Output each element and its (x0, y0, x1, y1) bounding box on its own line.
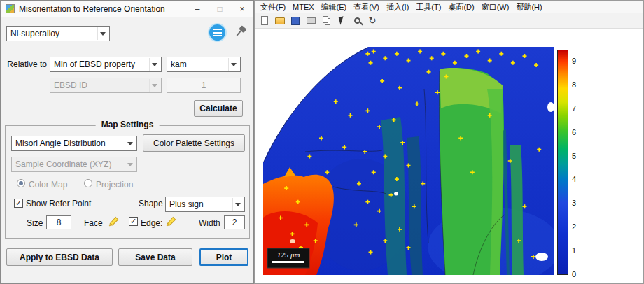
minimize-button[interactable]: – (186, 1, 209, 17)
menu-item-1[interactable]: MTEX (289, 3, 318, 11)
chevron-down-icon (125, 158, 135, 171)
zoom-in-icon (354, 17, 360, 24)
colorbar-tick-8: 8 (572, 80, 576, 89)
chevron-down-icon (232, 198, 243, 211)
show-refer-point-label: Show Refer Point (26, 199, 91, 208)
menu-item-0[interactable]: 文件(F) (257, 2, 289, 13)
show-refer-point-checkbox[interactable]: ✓ (14, 199, 23, 208)
maximize-button: □ (209, 1, 231, 17)
menu-item-5[interactable]: 工具(T) (412, 2, 444, 13)
colorbar-tick-6: 6 (572, 128, 576, 136)
relative-to-label: Relative to (6, 59, 47, 69)
print-icon (307, 17, 316, 24)
chevron-down-icon (125, 137, 135, 150)
face-color-swatch[interactable] (108, 214, 120, 227)
misorientation-dialog: Misorientation to Reference Orientation … (0, 0, 254, 284)
color-palette-settings-button[interactable]: Color Palette Settings (143, 134, 245, 152)
save-button[interactable] (288, 14, 302, 28)
calculate-button[interactable]: Calculate (194, 100, 243, 117)
scale-bar-label: 125 μm (277, 250, 300, 259)
color-map-radio-label: Color Map (29, 180, 67, 190)
cursor-button[interactable] (335, 14, 349, 28)
pin-icon[interactable] (231, 24, 250, 43)
phase-select[interactable]: Ni-superalloy (6, 26, 110, 41)
new-file-icon (261, 16, 268, 25)
colorbar (557, 50, 568, 275)
figure-toolbar (255, 13, 643, 29)
edge-label: Edge: (141, 218, 162, 228)
zoom-in-button[interactable] (350, 14, 364, 28)
relative-property-value: Min of EBSD property (54, 59, 135, 69)
phase-select-value: Ni-superalloy (10, 29, 59, 38)
new-file-button[interactable] (258, 14, 272, 28)
save-icon (291, 17, 300, 25)
copy-icon (323, 16, 328, 23)
size-label: Size (27, 218, 43, 228)
colorbar-tick-2: 2 (572, 222, 576, 231)
menu-item-8[interactable]: 帮助(H) (512, 2, 545, 13)
width-field[interactable]: 2 (224, 215, 245, 229)
map-settings-title: Map Settings (96, 120, 160, 129)
projection-radio-label: Projection (96, 180, 133, 190)
chevron-down-icon (97, 27, 108, 40)
app-icon (6, 4, 15, 13)
dialog-title: Misorientation to Reference Orientation (19, 4, 165, 14)
colorbar-tick-9: 9 (572, 57, 576, 65)
projection-radio (84, 179, 92, 187)
open-folder-icon (275, 17, 285, 24)
distribution-select[interactable]: Misori Angle Distribution (11, 136, 137, 151)
colorbar-tick-3: 3 (572, 199, 576, 207)
colorbar-tick-0: 0 (572, 270, 576, 278)
copy-button[interactable] (319, 14, 333, 28)
color-map-radio (17, 179, 25, 187)
menu-item-7[interactable]: 窗口(W) (478, 2, 513, 13)
menu-item-2[interactable]: 编辑(E) (318, 2, 351, 13)
figure-window: 文件(F)MTEX编辑(E)查看(V)插入(I)工具(T)桌面(D)窗口(W)帮… (254, 0, 644, 284)
chevron-down-icon (149, 79, 160, 92)
menu-item-3[interactable]: 查看(V) (350, 2, 383, 13)
cursor-icon (338, 16, 344, 24)
shape-select-value: Plus sign (169, 199, 204, 209)
shape-select[interactable]: Plus sign (165, 197, 245, 212)
yellow-pen-icon (108, 214, 120, 227)
chevron-down-icon (149, 58, 160, 71)
coordinate-select-value: Sample Coordinate (XYZ) (15, 159, 111, 169)
rotate-icon (369, 16, 377, 25)
save-data-button[interactable]: Save Data (118, 248, 192, 266)
plot-area: 125 μm 9876543210 (255, 29, 643, 283)
print-button[interactable] (304, 14, 318, 28)
yellow-pen-icon (165, 214, 178, 227)
menu-item-4[interactable]: 插入(I) (383, 2, 412, 13)
colorbar-labels: 9876543210 (572, 50, 586, 275)
ebsd-id-field: 1 (167, 78, 241, 93)
open-folder-button[interactable] (273, 14, 287, 28)
chevron-down-icon (228, 58, 239, 71)
ebsd-id-select: EBSD ID (50, 78, 162, 93)
face-label: Face (84, 218, 103, 228)
size-field[interactable]: 8 (46, 215, 71, 229)
edge-color-swatch[interactable] (165, 214, 178, 227)
ebsd-id-label: EBSD ID (54, 80, 88, 90)
apply-to-ebsd-button[interactable]: Apply to EBSD Data (6, 248, 113, 266)
colorbar-tick-1: 1 (572, 246, 576, 255)
metric-select[interactable]: kam (167, 57, 241, 72)
close-button[interactable]: × (231, 1, 253, 17)
kam-map: 125 μm (263, 47, 554, 275)
coordinate-select: Sample Coordinate (XYZ) (11, 157, 137, 172)
edge-checkbox[interactable]: ✓ (129, 217, 138, 226)
menubar: 文件(F)MTEX编辑(E)查看(V)插入(I)工具(T)桌面(D)窗口(W)帮… (255, 1, 643, 13)
relative-property-select[interactable]: Min of EBSD property (50, 57, 162, 72)
metric-select-value: kam (171, 59, 187, 69)
shape-label: Shape (139, 199, 163, 208)
scale-bar: 125 μm (267, 248, 309, 268)
width-label: Width (199, 218, 220, 228)
list-icon (213, 29, 222, 36)
dock-toggle-button[interactable] (208, 23, 227, 42)
plot-button[interactable]: Plot (200, 248, 248, 266)
menu-item-6[interactable]: 桌面(D) (444, 2, 477, 13)
rotate-button[interactable] (365, 14, 379, 28)
kam-map-svg: 125 μm (263, 47, 554, 275)
colorbar-tick-7: 7 (572, 104, 576, 113)
colorbar-tick-4: 4 (572, 175, 576, 183)
dialog-titlebar[interactable]: Misorientation to Reference Orientation … (1, 1, 253, 17)
